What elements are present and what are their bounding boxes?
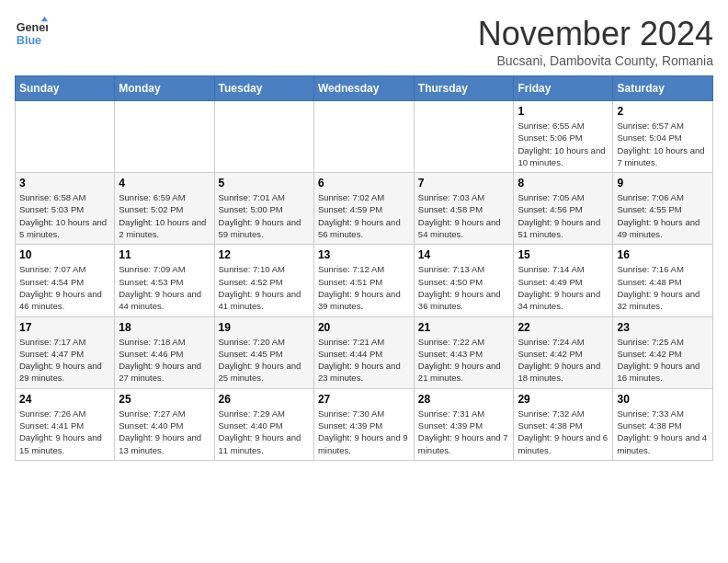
calendar-cell: 28Sunrise: 7:31 AM Sunset: 4:39 PM Dayli…: [414, 388, 514, 460]
calendar-cell: 7Sunrise: 7:03 AM Sunset: 4:58 PM Daylig…: [414, 173, 514, 245]
day-info: Sunrise: 7:02 AM Sunset: 4:59 PM Dayligh…: [318, 191, 410, 240]
day-number: 18: [119, 321, 210, 334]
day-number: 27: [318, 393, 410, 406]
calendar-cell: 12Sunrise: 7:10 AM Sunset: 4:52 PM Dayli…: [214, 245, 313, 316]
day-info: Sunrise: 7:13 AM Sunset: 4:50 PM Dayligh…: [418, 263, 510, 312]
day-info: Sunrise: 6:55 AM Sunset: 5:06 PM Dayligh…: [518, 120, 609, 168]
day-info: Sunrise: 7:20 AM Sunset: 4:45 PM Dayligh…: [219, 336, 310, 385]
calendar-week-1: 3Sunrise: 6:58 AM Sunset: 5:03 PM Daylig…: [16, 173, 713, 245]
month-title: November 2024: [478, 15, 713, 53]
calendar-cell: 24Sunrise: 7:26 AM Sunset: 4:41 PM Dayli…: [16, 388, 115, 460]
day-number: 28: [418, 393, 510, 406]
calendar-cell: 23Sunrise: 7:25 AM Sunset: 4:42 PM Dayli…: [613, 316, 713, 388]
day-number: 13: [318, 248, 410, 261]
calendar-cell: [115, 101, 214, 173]
day-number: 21: [418, 321, 510, 334]
day-number: 23: [617, 321, 709, 334]
calendar-week-3: 17Sunrise: 7:17 AM Sunset: 4:47 PM Dayli…: [16, 316, 713, 388]
weekday-header-wednesday: Wednesday: [313, 76, 414, 101]
calendar-cell: 8Sunrise: 7:05 AM Sunset: 4:56 PM Daylig…: [514, 173, 613, 245]
day-number: 29: [518, 393, 609, 406]
day-number: 15: [518, 248, 609, 261]
day-info: Sunrise: 7:30 AM Sunset: 4:39 PM Dayligh…: [318, 408, 410, 456]
calendar-cell: 27Sunrise: 7:30 AM Sunset: 4:39 PM Dayli…: [313, 388, 414, 460]
day-number: 11: [119, 248, 210, 261]
day-info: Sunrise: 7:29 AM Sunset: 4:40 PM Dayligh…: [219, 408, 310, 456]
svg-marker-2: [41, 17, 48, 21]
calendar-cell: 16Sunrise: 7:16 AM Sunset: 4:48 PM Dayli…: [613, 245, 713, 316]
day-number: 6: [318, 177, 410, 190]
day-number: 2: [617, 105, 709, 118]
weekday-header-sunday: Sunday: [16, 76, 115, 101]
day-info: Sunrise: 7:07 AM Sunset: 4:54 PM Dayligh…: [19, 263, 110, 312]
day-info: Sunrise: 7:06 AM Sunset: 4:55 PM Dayligh…: [617, 191, 709, 240]
calendar-body: 1Sunrise: 6:55 AM Sunset: 5:06 PM Daylig…: [16, 101, 713, 461]
calendar-cell: 22Sunrise: 7:24 AM Sunset: 4:42 PM Dayli…: [514, 316, 613, 388]
calendar-cell: 5Sunrise: 7:01 AM Sunset: 5:00 PM Daylig…: [214, 173, 313, 245]
calendar-cell: 18Sunrise: 7:18 AM Sunset: 4:46 PM Dayli…: [115, 316, 214, 388]
day-info: Sunrise: 7:05 AM Sunset: 4:56 PM Dayligh…: [518, 191, 609, 240]
day-info: Sunrise: 7:14 AM Sunset: 4:49 PM Dayligh…: [518, 263, 609, 312]
calendar-week-4: 24Sunrise: 7:26 AM Sunset: 4:41 PM Dayli…: [16, 388, 713, 460]
calendar-cell: 2Sunrise: 6:57 AM Sunset: 5:04 PM Daylig…: [613, 101, 713, 173]
day-number: 3: [19, 177, 110, 190]
day-number: 8: [518, 177, 609, 190]
svg-text:General: General: [17, 21, 48, 34]
day-info: Sunrise: 7:12 AM Sunset: 4:51 PM Dayligh…: [318, 263, 410, 312]
day-number: 25: [119, 393, 210, 406]
calendar-cell: 1Sunrise: 6:55 AM Sunset: 5:06 PM Daylig…: [514, 101, 613, 173]
day-info: Sunrise: 7:01 AM Sunset: 5:00 PM Dayligh…: [219, 191, 310, 240]
day-number: 5: [219, 177, 310, 190]
weekday-header-saturday: Saturday: [613, 76, 713, 101]
calendar-week-0: 1Sunrise: 6:55 AM Sunset: 5:06 PM Daylig…: [16, 101, 713, 173]
calendar-cell: 13Sunrise: 7:12 AM Sunset: 4:51 PM Dayli…: [313, 245, 414, 316]
day-info: Sunrise: 7:33 AM Sunset: 4:38 PM Dayligh…: [617, 408, 709, 456]
day-number: 4: [119, 177, 210, 190]
day-info: Sunrise: 7:10 AM Sunset: 4:52 PM Dayligh…: [219, 263, 310, 312]
weekday-header-monday: Monday: [115, 76, 214, 101]
calendar-cell: 9Sunrise: 7:06 AM Sunset: 4:55 PM Daylig…: [613, 173, 713, 245]
day-info: Sunrise: 7:32 AM Sunset: 4:38 PM Dayligh…: [518, 408, 609, 456]
day-info: Sunrise: 7:27 AM Sunset: 4:40 PM Dayligh…: [119, 408, 210, 456]
page-header: General Blue November 2024 Bucsani, Damb…: [15, 15, 713, 68]
day-info: Sunrise: 6:59 AM Sunset: 5:02 PM Dayligh…: [119, 191, 210, 240]
calendar-cell: [313, 101, 414, 173]
calendar-cell: 25Sunrise: 7:27 AM Sunset: 4:40 PM Dayli…: [115, 388, 214, 460]
day-number: 24: [19, 393, 110, 406]
day-info: Sunrise: 7:26 AM Sunset: 4:41 PM Dayligh…: [19, 408, 110, 456]
day-info: Sunrise: 7:31 AM Sunset: 4:39 PM Dayligh…: [418, 408, 510, 456]
calendar-cell: 21Sunrise: 7:22 AM Sunset: 4:43 PM Dayli…: [414, 316, 514, 388]
day-info: Sunrise: 7:25 AM Sunset: 4:42 PM Dayligh…: [617, 336, 709, 385]
day-info: Sunrise: 7:17 AM Sunset: 4:47 PM Dayligh…: [19, 336, 110, 385]
calendar-cell: 10Sunrise: 7:07 AM Sunset: 4:54 PM Dayli…: [16, 245, 115, 316]
calendar-week-2: 10Sunrise: 7:07 AM Sunset: 4:54 PM Dayli…: [16, 245, 713, 316]
logo: General Blue: [15, 15, 48, 48]
weekday-header-thursday: Thursday: [414, 76, 514, 101]
weekday-header-row: SundayMondayTuesdayWednesdayThursdayFrid…: [16, 76, 713, 101]
day-number: 22: [518, 321, 609, 334]
day-info: Sunrise: 6:58 AM Sunset: 5:03 PM Dayligh…: [19, 191, 110, 240]
weekday-header-friday: Friday: [514, 76, 613, 101]
day-number: 19: [219, 321, 310, 334]
calendar-cell: 14Sunrise: 7:13 AM Sunset: 4:50 PM Dayli…: [414, 245, 514, 316]
calendar-cell: 30Sunrise: 7:33 AM Sunset: 4:38 PM Dayli…: [613, 388, 713, 460]
weekday-header-tuesday: Tuesday: [214, 76, 313, 101]
day-info: Sunrise: 7:22 AM Sunset: 4:43 PM Dayligh…: [418, 336, 510, 385]
day-info: Sunrise: 7:18 AM Sunset: 4:46 PM Dayligh…: [119, 336, 210, 385]
day-number: 14: [418, 248, 510, 261]
day-number: 9: [617, 177, 709, 190]
day-number: 16: [617, 248, 709, 261]
calendar-cell: 4Sunrise: 6:59 AM Sunset: 5:02 PM Daylig…: [115, 173, 214, 245]
title-block: November 2024 Bucsani, Dambovita County,…: [478, 15, 713, 68]
day-number: 20: [318, 321, 410, 334]
day-info: Sunrise: 7:09 AM Sunset: 4:53 PM Dayligh…: [119, 263, 210, 312]
day-number: 7: [418, 177, 510, 190]
calendar-cell: 26Sunrise: 7:29 AM Sunset: 4:40 PM Dayli…: [214, 388, 313, 460]
calendar-cell: 3Sunrise: 6:58 AM Sunset: 5:03 PM Daylig…: [16, 173, 115, 245]
day-info: Sunrise: 6:57 AM Sunset: 5:04 PM Dayligh…: [617, 120, 709, 168]
calendar-cell: 11Sunrise: 7:09 AM Sunset: 4:53 PM Dayli…: [115, 245, 214, 316]
day-number: 1: [518, 105, 609, 118]
calendar-header: SundayMondayTuesdayWednesdayThursdayFrid…: [16, 76, 713, 101]
logo-icon: General Blue: [15, 15, 48, 48]
calendar-cell: 20Sunrise: 7:21 AM Sunset: 4:44 PM Dayli…: [313, 316, 414, 388]
